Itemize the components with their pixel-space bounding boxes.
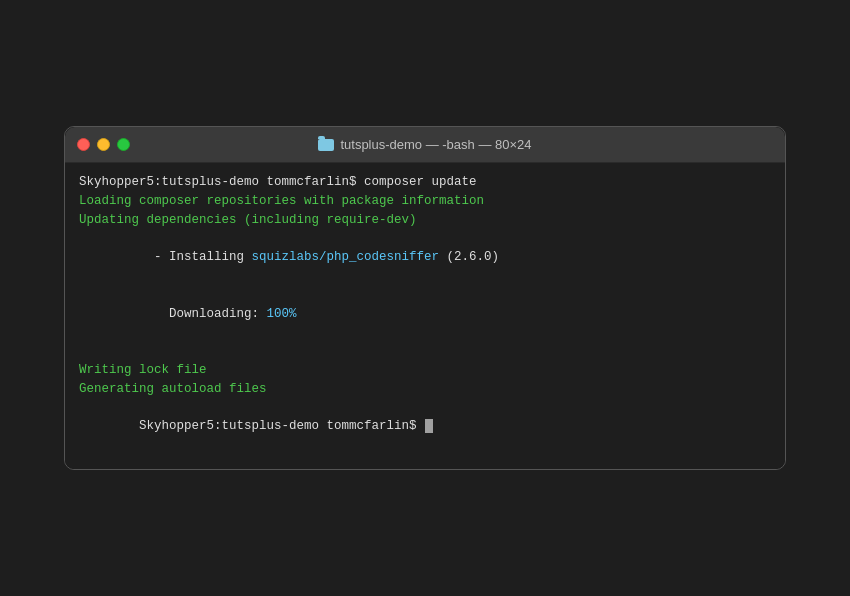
terminal-line-5: Downloading: 100%: [79, 286, 771, 342]
terminal-line-4: - Installing squizlabs/php_codesniffer (…: [79, 230, 771, 286]
title-label: tutsplus-demo — -bash — 80×24: [340, 137, 531, 152]
terminal-line-2: Loading composer repositories with packa…: [79, 192, 771, 211]
terminal-line-8: Generating autoload files: [79, 380, 771, 399]
terminal-body[interactable]: Skyhopper5:tutsplus-demo tommcfarlin$ co…: [65, 163, 785, 468]
terminal-line-5-pre: Downloading:: [139, 307, 267, 321]
titlebar: tutsplus-demo — -bash — 80×24: [65, 127, 785, 163]
folder-icon: [318, 139, 334, 151]
window-container: tutsplus-demo — -bash — 80×24 Skyhopper5…: [65, 127, 785, 468]
terminal-line-5-val: 100%: [267, 307, 297, 321]
close-button[interactable]: [77, 138, 90, 151]
terminal-line-1: Skyhopper5:tutsplus-demo tommcfarlin$ co…: [79, 173, 771, 192]
terminal-line-3: Updating dependencies (including require…: [79, 211, 771, 230]
terminal-line-4-pre: - Installing: [139, 250, 252, 264]
terminal-window: tutsplus-demo — -bash — 80×24 Skyhopper5…: [64, 126, 786, 469]
terminal-line-4-pkg: squizlabs/php_codesniffer: [252, 250, 440, 264]
minimize-button[interactable]: [97, 138, 110, 151]
terminal-cursor: [425, 419, 433, 433]
traffic-lights: [77, 138, 130, 151]
terminal-line-9: Skyhopper5:tutsplus-demo tommcfarlin$: [79, 398, 771, 454]
terminal-line-7: Writing lock file: [79, 361, 771, 380]
terminal-line-6: [79, 342, 771, 361]
terminal-line-4-ver: (2.6.0): [439, 250, 499, 264]
window-title: tutsplus-demo — -bash — 80×24: [318, 137, 531, 152]
terminal-prompt: Skyhopper5:tutsplus-demo tommcfarlin$: [139, 419, 424, 433]
maximize-button[interactable]: [117, 138, 130, 151]
